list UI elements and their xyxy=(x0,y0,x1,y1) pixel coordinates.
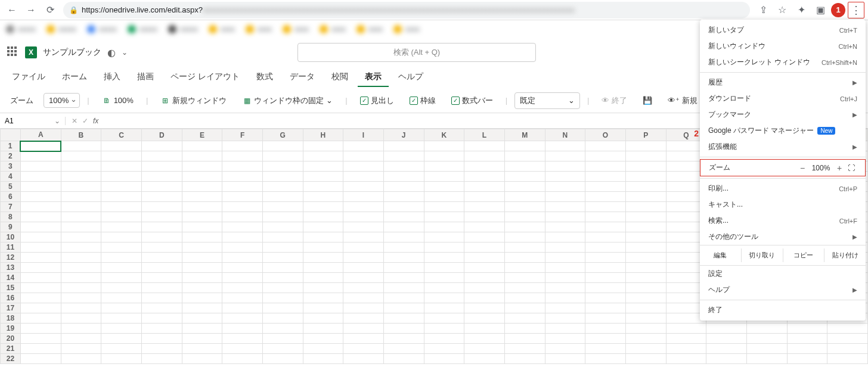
cell[interactable] xyxy=(222,263,263,273)
cell[interactable] xyxy=(504,242,545,253)
cell[interactable] xyxy=(20,344,61,354)
cell[interactable] xyxy=(666,344,706,354)
cell[interactable] xyxy=(545,232,585,242)
cell[interactable] xyxy=(545,354,585,364)
cell[interactable] xyxy=(424,161,464,172)
menu-password-manager[interactable]: Google パスワード マネージャーNew xyxy=(700,123,866,139)
cell[interactable] xyxy=(61,212,101,222)
cell[interactable] xyxy=(585,344,626,354)
cell[interactable] xyxy=(625,161,666,172)
cell[interactable] xyxy=(303,253,343,263)
cell[interactable] xyxy=(545,324,585,334)
cell[interactable] xyxy=(303,293,343,303)
forward-button[interactable]: → xyxy=(23,2,39,18)
cell[interactable] xyxy=(303,344,343,354)
cell[interactable] xyxy=(222,172,263,182)
cell[interactable] xyxy=(504,293,545,303)
cell[interactable] xyxy=(666,334,706,344)
cell[interactable] xyxy=(141,303,182,313)
cell[interactable] xyxy=(706,344,747,354)
menu-settings[interactable]: 設定 xyxy=(700,266,866,282)
cell[interactable] xyxy=(625,192,666,202)
cell[interactable] xyxy=(625,172,666,182)
row-header[interactable]: 4 xyxy=(1,172,21,182)
cell[interactable] xyxy=(545,202,585,212)
cell[interactable] xyxy=(424,141,464,151)
cell[interactable] xyxy=(545,151,585,161)
cell[interactable] xyxy=(262,202,303,212)
cell[interactable] xyxy=(61,324,101,334)
url-bar[interactable]: 🔒 https://onedrive.live.com/edit.aspx? x… xyxy=(63,2,750,18)
cell[interactable] xyxy=(101,161,142,172)
cell[interactable] xyxy=(504,283,545,293)
cell[interactable] xyxy=(141,141,182,151)
cell[interactable] xyxy=(424,283,464,293)
cell[interactable] xyxy=(383,293,424,303)
cell[interactable] xyxy=(262,324,303,334)
cell[interactable] xyxy=(20,263,61,273)
column-header[interactable]: B xyxy=(61,129,101,141)
cell[interactable] xyxy=(222,161,263,172)
cell[interactable] xyxy=(545,182,585,192)
cell[interactable] xyxy=(383,324,424,334)
cell[interactable] xyxy=(504,354,545,364)
cell[interactable] xyxy=(504,324,545,334)
row-header[interactable]: 14 xyxy=(1,273,21,283)
cell[interactable] xyxy=(61,172,101,182)
cell[interactable] xyxy=(141,313,182,324)
cell[interactable] xyxy=(303,263,343,273)
cell[interactable] xyxy=(464,313,505,324)
row-header[interactable]: 1 xyxy=(1,141,21,151)
cell[interactable] xyxy=(545,344,585,354)
cell[interactable] xyxy=(101,222,142,232)
ribbon-tab[interactable]: 校閲 xyxy=(324,68,355,87)
cell[interactable] xyxy=(504,263,545,273)
cell[interactable] xyxy=(61,141,101,151)
cell[interactable] xyxy=(464,151,505,161)
cell[interactable] xyxy=(625,263,666,273)
cell[interactable] xyxy=(585,293,626,303)
cell[interactable] xyxy=(787,354,827,364)
cell[interactable] xyxy=(746,344,787,354)
ribbon-tab[interactable]: ヘルプ xyxy=(391,68,430,87)
cell[interactable] xyxy=(343,263,384,273)
cell[interactable] xyxy=(20,202,61,212)
cell[interactable] xyxy=(61,232,101,242)
cell[interactable] xyxy=(20,303,61,313)
cell[interactable] xyxy=(222,242,263,253)
cell[interactable] xyxy=(262,242,303,253)
cell[interactable] xyxy=(585,253,626,263)
cell[interactable] xyxy=(141,151,182,161)
cell[interactable] xyxy=(101,192,142,202)
cell[interactable] xyxy=(666,324,706,334)
cell[interactable] xyxy=(262,313,303,324)
cell[interactable] xyxy=(424,242,464,253)
cell[interactable] xyxy=(424,202,464,212)
cell[interactable] xyxy=(585,334,626,344)
cell[interactable] xyxy=(20,273,61,283)
cell[interactable] xyxy=(182,202,222,212)
formula-bar-toggle[interactable]: ✓数式バー xyxy=(446,92,498,109)
column-header[interactable]: C xyxy=(101,129,142,141)
row-header[interactable]: 6 xyxy=(1,192,21,202)
cell[interactable] xyxy=(585,182,626,192)
cell[interactable] xyxy=(141,293,182,303)
app-launcher-icon[interactable] xyxy=(7,46,19,58)
cell[interactable] xyxy=(303,202,343,212)
cell[interactable] xyxy=(504,334,545,344)
menu-print[interactable]: 印刷...Ctrl+P xyxy=(700,181,866,197)
cell[interactable] xyxy=(20,182,61,192)
menu-incognito[interactable]: 新しいシークレット ウィンドウCtrl+Shift+N xyxy=(700,54,866,70)
cell[interactable] xyxy=(20,141,61,151)
cell[interactable] xyxy=(182,172,222,182)
cell[interactable] xyxy=(262,161,303,172)
menu-more-tools[interactable]: その他のツール▶ xyxy=(700,229,866,245)
cell[interactable] xyxy=(343,303,384,313)
cell[interactable] xyxy=(141,334,182,344)
cell[interactable] xyxy=(182,344,222,354)
cell[interactable] xyxy=(222,344,263,354)
cell[interactable] xyxy=(303,151,343,161)
row-header[interactable]: 22 xyxy=(1,354,21,364)
cell[interactable] xyxy=(504,141,545,151)
cell[interactable] xyxy=(383,344,424,354)
